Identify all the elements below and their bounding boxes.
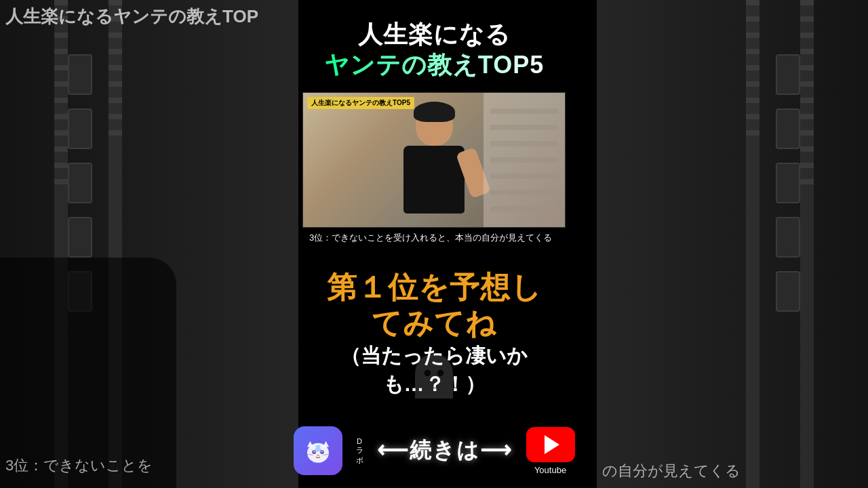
dlabo-icon[interactable]	[294, 426, 342, 475]
title-line1: 人生楽になる	[312, 19, 556, 49]
yt-play-icon	[545, 435, 559, 454]
svg-marker-5	[307, 441, 313, 447]
svg-point-9	[316, 454, 319, 456]
main-panel: 人生楽になる ヤンテの教えTOP5	[298, 0, 570, 488]
bg-bottom-text-right: の自分が見えてくる	[602, 461, 863, 481]
youtube-label: Youtube	[534, 465, 566, 475]
thumb-light-area	[484, 93, 565, 227]
bg-bottom-text-left: 3位：できないことを	[5, 455, 293, 483]
arrow-text: ⟵続きは⟶	[377, 436, 513, 466]
bg-right-panel: の自分が見えてくる	[597, 0, 868, 488]
bottom-bar: Dラボ ⟵続きは⟶ Youtube	[298, 413, 570, 488]
big-text-line1: 第１位を予想してみてね	[312, 270, 556, 342]
dlabo-label: Dラボ	[356, 437, 363, 466]
svg-point-2	[425, 370, 431, 377]
bg-right-text-layer: の自分が見えてくる	[597, 0, 868, 488]
person-hair	[414, 102, 455, 122]
dlabo-cat-icon	[303, 437, 333, 464]
video-caption: 3位：できないことを受け入れると、本当の自分が見えてくる	[302, 228, 566, 248]
youtube-icon-wrap[interactable]: Youtube	[526, 427, 575, 475]
bg-top-text-left: 人生楽になるヤンテの教えTOP	[5, 5, 293, 28]
video-label: 人生楽になるヤンテの教えTOP5	[307, 97, 414, 109]
person-head	[416, 105, 453, 146]
bg-left-text-layer: 人生楽になるヤンテの教えTOP 3位：できないことを	[0, 0, 298, 488]
video-inner	[303, 93, 565, 227]
title-line2: ヤンテの教えTOP5	[312, 49, 556, 80]
svg-marker-6	[323, 441, 329, 447]
bg-left-panel: 人生楽になるヤンテの教えTOP 3位：できないことを	[0, 0, 298, 488]
person-body	[403, 146, 465, 214]
svg-point-3	[437, 370, 444, 377]
ghost-watermark	[407, 352, 461, 407]
youtube-icon[interactable]	[526, 427, 575, 462]
video-thumbnail[interactable]: 人生楽になるヤンテの教えTOP5	[302, 92, 566, 228]
title-area: 人生楽になる ヤンテの教えTOP5	[298, 0, 570, 92]
person	[380, 105, 488, 227]
